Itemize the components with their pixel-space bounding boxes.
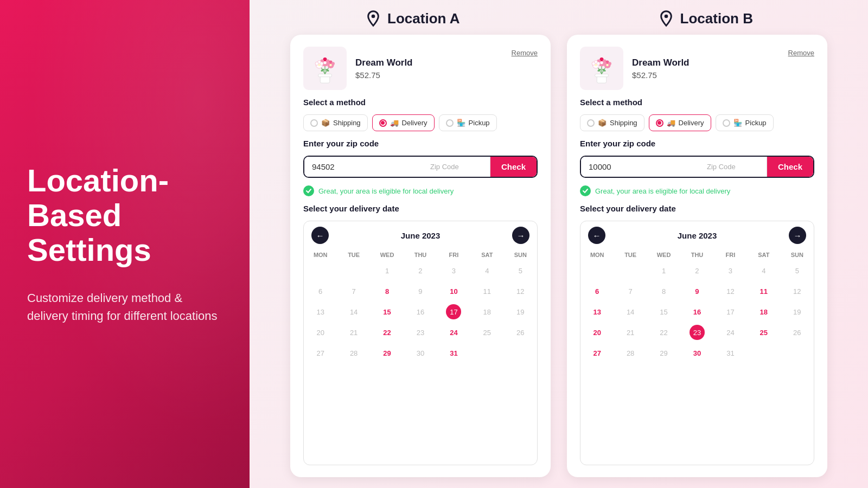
cal-day-b[interactable]: 26 bbox=[781, 322, 814, 343]
cal-day-a[interactable]: 15 bbox=[371, 301, 404, 322]
cal-day-b[interactable]: 14 bbox=[614, 301, 647, 322]
cal-day-b[interactable]: 25 bbox=[747, 322, 780, 343]
cal-day-a[interactable]: 25 bbox=[470, 322, 503, 343]
cal-day-a[interactable]: 17 bbox=[437, 301, 470, 322]
cal-grid-b: MON TUE WED THU FRI SAT SUN 123456789121… bbox=[580, 249, 814, 363]
cal-day-b[interactable]: 9 bbox=[680, 281, 713, 301]
check-button-b[interactable]: Check bbox=[767, 157, 813, 177]
cal-day-a[interactable]: 18 bbox=[470, 301, 503, 322]
cal-day-a[interactable]: 19 bbox=[504, 301, 537, 322]
cal-day-b[interactable]: 20 bbox=[580, 322, 614, 343]
cal-days-row-a: MON TUE WED THU FRI SAT SUN bbox=[304, 249, 537, 260]
cal-day-a[interactable]: 13 bbox=[304, 301, 337, 322]
cal-day-b[interactable]: 18 bbox=[747, 301, 780, 322]
cal-week-b: 6789121112 bbox=[580, 281, 814, 301]
cal-day-b[interactable]: 27 bbox=[580, 343, 614, 363]
cal-day-b[interactable]: 13 bbox=[580, 301, 614, 322]
cal-day-b[interactable]: 16 bbox=[680, 301, 713, 322]
cal-day-a[interactable]: 4 bbox=[470, 260, 503, 281]
check-button-a[interactable]: Check bbox=[490, 157, 537, 177]
cal-day-a[interactable]: 16 bbox=[404, 301, 437, 322]
cal-day-b[interactable]: 12 bbox=[714, 281, 747, 301]
cal-day-a[interactable]: 31 bbox=[437, 343, 470, 363]
radio-pickup-b bbox=[723, 119, 730, 127]
cal-prev-a[interactable]: ← bbox=[311, 227, 329, 244]
method-shipping-a[interactable]: 📦 Shipping bbox=[303, 114, 368, 131]
cal-day-a[interactable]: 30 bbox=[404, 343, 437, 363]
cal-day-b[interactable]: 24 bbox=[714, 322, 747, 343]
cal-day-a[interactable]: 5 bbox=[504, 260, 537, 281]
cal-prev-b[interactable]: ← bbox=[588, 227, 605, 244]
cal-next-a[interactable]: → bbox=[512, 227, 529, 244]
cal-week-b: 20212223242526 bbox=[580, 322, 814, 343]
zip-input-b[interactable] bbox=[581, 157, 699, 177]
cal-day-b[interactable]: 11 bbox=[747, 281, 780, 301]
svg-rect-27 bbox=[595, 74, 609, 77]
cal-day-a[interactable]: 27 bbox=[304, 343, 337, 363]
cal-day-b[interactable]: 28 bbox=[614, 343, 647, 363]
cal-day-a[interactable]: 26 bbox=[504, 322, 537, 343]
cal-day-a[interactable]: 8 bbox=[371, 281, 404, 301]
cal-day-a[interactable]: 10 bbox=[437, 281, 470, 301]
cal-day-a[interactable]: 3 bbox=[437, 260, 470, 281]
cal-day-a[interactable]: 29 bbox=[371, 343, 404, 363]
cal-th-sun-b: SUN bbox=[781, 249, 814, 260]
cal-next-b[interactable]: → bbox=[789, 227, 806, 244]
method-shipping-b[interactable]: 📦 Shipping bbox=[580, 114, 644, 131]
cal-week-a: 2728293031 bbox=[304, 343, 537, 363]
cal-day-b[interactable]: 17 bbox=[714, 301, 747, 322]
cal-day-b[interactable]: 22 bbox=[647, 322, 680, 343]
cal-th-thu-a: THU bbox=[404, 249, 437, 260]
product-price-b: $52.75 bbox=[632, 70, 780, 80]
method-delivery-b[interactable]: 🚚 Delivery bbox=[649, 114, 711, 131]
cal-day-a[interactable]: 2 bbox=[404, 260, 437, 281]
locations-header: Location A Location B bbox=[266, 0, 852, 35]
product-image-b bbox=[580, 47, 623, 90]
cal-day-a[interactable]: 21 bbox=[337, 322, 370, 343]
cal-day-b[interactable]: 12 bbox=[781, 281, 814, 301]
cal-day-b[interactable]: 19 bbox=[781, 301, 814, 322]
cal-day-a[interactable]: 14 bbox=[337, 301, 370, 322]
cal-day-a[interactable]: 1 bbox=[371, 260, 404, 281]
cal-day-a[interactable]: 24 bbox=[437, 322, 470, 343]
cal-day-b[interactable]: 5 bbox=[781, 260, 814, 281]
method-pickup-b[interactable]: 🏪 Pickup bbox=[716, 114, 774, 131]
cal-day-b[interactable]: 2 bbox=[680, 260, 713, 281]
cal-day-b[interactable]: 31 bbox=[714, 343, 747, 363]
zip-placeholder-a: Zip Code bbox=[423, 157, 490, 177]
method-pickup-a[interactable]: 🏪 Pickup bbox=[439, 114, 497, 131]
cal-day-a[interactable]: 7 bbox=[337, 281, 370, 301]
cal-day-a[interactable]: 6 bbox=[304, 281, 337, 301]
cal-day-a[interactable]: 11 bbox=[470, 281, 503, 301]
zip-row-b: Zip Code Check bbox=[580, 156, 814, 178]
cal-day-b[interactable]: 30 bbox=[680, 343, 713, 363]
cal-day-b[interactable]: 7 bbox=[614, 281, 647, 301]
cal-day-a[interactable]: 22 bbox=[371, 322, 404, 343]
cal-day-b[interactable]: 23 bbox=[680, 322, 713, 343]
cal-day-b[interactable]: 6 bbox=[580, 281, 614, 301]
remove-button-b[interactable]: Remove bbox=[788, 49, 814, 57]
left-panel: Location-Based Settings Customize delive… bbox=[0, 0, 250, 488]
cal-th-mon-a: MON bbox=[304, 249, 337, 260]
cal-day-b[interactable]: 8 bbox=[647, 281, 680, 301]
cal-day-b[interactable]: 29 bbox=[647, 343, 680, 363]
cal-day-a[interactable]: 9 bbox=[404, 281, 437, 301]
cal-day-b[interactable]: 21 bbox=[614, 322, 647, 343]
delivery-date-label-a: Select your delivery date bbox=[303, 204, 538, 213]
cal-day-b[interactable]: 1 bbox=[647, 260, 680, 281]
svg-point-45 bbox=[606, 64, 608, 66]
method-delivery-a[interactable]: 🚚 Delivery bbox=[372, 114, 435, 131]
cal-day-b[interactable]: 3 bbox=[714, 260, 747, 281]
cal-day-a[interactable]: 23 bbox=[404, 322, 437, 343]
radio-shipping-a bbox=[310, 119, 318, 127]
cal-th-sat-a: SAT bbox=[470, 249, 503, 260]
cal-day-b[interactable]: 15 bbox=[647, 301, 680, 322]
remove-button-a[interactable]: Remove bbox=[512, 49, 538, 57]
zip-input-a[interactable] bbox=[304, 157, 423, 177]
cal-day-a[interactable]: 20 bbox=[304, 322, 337, 343]
cal-day-a[interactable]: 12 bbox=[504, 281, 537, 301]
cal-day-b[interactable]: 4 bbox=[747, 260, 780, 281]
radio-shipping-b bbox=[587, 119, 595, 127]
shipping-label-a: Shipping bbox=[333, 119, 361, 127]
cal-day-a[interactable]: 28 bbox=[337, 343, 370, 363]
